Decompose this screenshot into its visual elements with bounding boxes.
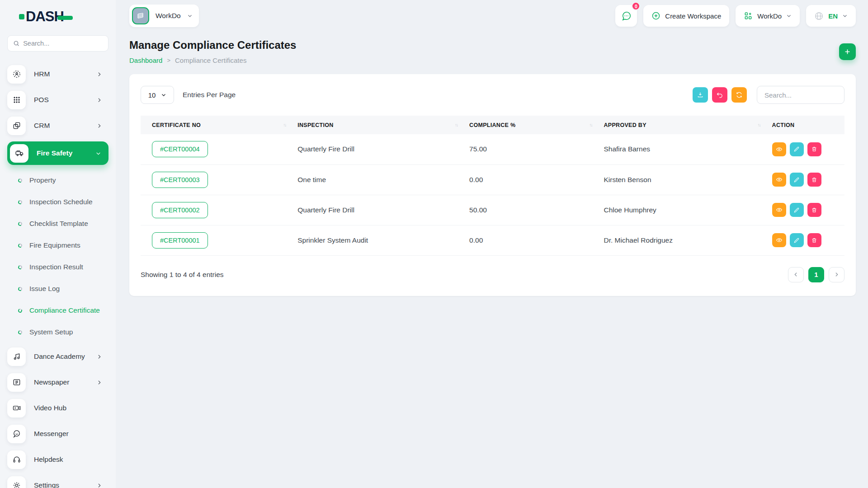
breadcrumb-dashboard-link[interactable]: Dashboard — [129, 56, 162, 64]
sidebar-item-settings[interactable]: Settings — [7, 475, 108, 488]
sidebar-item-system-setup[interactable]: System Setup — [7, 321, 108, 343]
certificates-card: 10 Entries Per Page — [129, 74, 856, 296]
table-controls: 10 Entries Per Page — [141, 86, 844, 104]
eye-icon — [776, 176, 783, 183]
view-button[interactable] — [772, 203, 786, 217]
edit-button[interactable] — [790, 203, 804, 217]
language-selector[interactable]: EN — [806, 5, 856, 27]
sidebar-item-video-hub[interactable]: Video Hub — [7, 398, 108, 418]
submenu-item-label: Checklist Template — [29, 220, 88, 228]
messages-button[interactable]: 0 — [615, 5, 637, 27]
pagination-page-1-button[interactable]: 1 — [808, 267, 824, 282]
sort-icon[interactable]: ↑↓ — [283, 122, 286, 127]
chevron-right-icon — [96, 97, 102, 103]
sidebar-item-label: Helpdesk — [34, 455, 63, 464]
sidebar-item-dance-academy[interactable]: Dance Academy — [7, 347, 108, 366]
view-button[interactable] — [772, 173, 786, 187]
row-actions — [772, 142, 844, 156]
entries-per-page-select[interactable]: 10 — [141, 86, 174, 104]
sidebar-menu: HRM POS CRM Fire — [7, 64, 108, 488]
delete-button[interactable] — [807, 142, 821, 156]
refresh-button[interactable] — [731, 87, 747, 103]
plus-circle-icon — [651, 11, 660, 20]
trash-icon — [811, 146, 817, 152]
export-button[interactable] — [693, 87, 708, 103]
app-logo[interactable]: DASH — [19, 9, 73, 25]
sidebar-item-label: Video Hub — [34, 404, 66, 412]
row-actions — [772, 233, 844, 247]
sidebar-item-inspection-result[interactable]: Inspection Result — [7, 256, 108, 278]
submenu-item-label: Inspection Result — [29, 263, 83, 271]
approved-by-cell: Chloe Humphrey — [604, 195, 772, 225]
logo-row: DASH — [7, 0, 108, 33]
sidebar-item-helpdesk[interactable]: Helpdesk — [7, 450, 108, 469]
sidebar-item-messenger[interactable]: Messenger — [7, 424, 108, 444]
sidebar-item-fire-equipments[interactable]: Fire Equipments — [7, 235, 108, 256]
sidebar-item-checklist-template[interactable]: Checklist Template — [7, 213, 108, 235]
sidebar-item-fire-safety[interactable]: Fire Safety — [7, 141, 108, 165]
sort-icon[interactable]: ↑↓ — [589, 122, 592, 127]
chevron-right-icon — [96, 380, 102, 385]
logo-dot-icon — [19, 14, 24, 19]
bullet-icon — [18, 199, 23, 204]
sidebar-item-pos[interactable]: POS — [7, 90, 108, 110]
sidebar-item-property[interactable]: Property — [7, 169, 108, 191]
newspaper-icon — [7, 373, 26, 392]
bullet-icon — [18, 178, 23, 183]
bullet-icon — [18, 221, 23, 226]
sort-icon[interactable]: ↑↓ — [455, 122, 458, 127]
app-switcher-button[interactable]: WorkDo — [736, 5, 800, 27]
bullet-icon — [18, 308, 23, 313]
chat-bubble-icon — [7, 425, 26, 443]
certificates-table: CERTIFICATE NO↑↓ INSPECTION↑↓ COMPLIANCE… — [141, 116, 844, 256]
sidebar-item-label: Fire Safety — [37, 149, 72, 157]
table-header-row: CERTIFICATE NO↑↓ INSPECTION↑↓ COMPLIANCE… — [141, 116, 844, 134]
view-button[interactable] — [772, 233, 786, 247]
compliance-cell: 50.00 — [469, 195, 604, 225]
sidebar-item-newspaper[interactable]: Newspaper — [7, 372, 108, 392]
sort-icon[interactable]: ↑↓ — [758, 122, 760, 127]
breadcrumb: Dashboard > Compliance Certificates — [129, 56, 296, 64]
sidebar-item-hrm[interactable]: HRM — [7, 64, 108, 84]
reset-button[interactable] — [712, 87, 727, 103]
sidebar-item-compliance-certificate[interactable]: Compliance Certificate — [7, 300, 108, 321]
sidebar-item-crm[interactable]: CRM — [7, 116, 108, 136]
submenu-item-label: Issue Log — [29, 285, 60, 293]
pagination-prev-button[interactable] — [788, 267, 804, 282]
table-row: #CERT00004 Quarterly Fire Drill 75.00 Sh… — [141, 134, 844, 164]
pagination-next-button[interactable] — [829, 267, 844, 282]
pencil-icon — [793, 237, 800, 244]
inspection-cell: Sprinkler System Audit — [297, 225, 469, 255]
sidebar-item-label: Newspaper — [34, 378, 69, 386]
sidebar: DASH HRM POS — [0, 0, 116, 488]
sidebar-item-issue-log[interactable]: Issue Log — [7, 278, 108, 300]
sidebar-search-input[interactable] — [23, 40, 103, 47]
certificate-no-badge: #CERT00002 — [152, 202, 208, 218]
hrm-icon — [7, 65, 26, 84]
table-search-input[interactable] — [757, 86, 844, 104]
download-icon — [697, 91, 704, 99]
certificate-no-badge: #CERT00004 — [152, 141, 208, 157]
table-row: #CERT00003 One time 0.00 Kirsten Benson — [141, 164, 844, 195]
main-content: WorkDo 0 Create Workspace WorkDo — [116, 0, 868, 488]
delete-button[interactable] — [807, 203, 821, 217]
approved-by-cell: Dr. Michael Rodriguez — [604, 225, 772, 255]
add-certificate-button[interactable] — [839, 43, 856, 60]
edit-button[interactable] — [790, 173, 804, 187]
chevron-right-icon — [96, 71, 102, 77]
workspace-selector[interactable]: WorkDo — [129, 5, 199, 27]
delete-button[interactable] — [807, 173, 821, 187]
view-button[interactable] — [772, 142, 786, 156]
grid-plus-icon — [744, 11, 753, 20]
gear-icon — [7, 476, 26, 488]
logo-dash-icon — [57, 16, 73, 20]
workspace-avatar — [132, 7, 149, 24]
row-actions — [772, 203, 844, 217]
sidebar-item-inspection-schedule[interactable]: Inspection Schedule — [7, 191, 108, 213]
breadcrumb-separator: > — [167, 57, 170, 64]
create-workspace-button[interactable]: Create Workspace — [643, 5, 729, 27]
edit-button[interactable] — [790, 142, 804, 156]
row-actions — [772, 173, 844, 187]
edit-button[interactable] — [790, 233, 804, 247]
delete-button[interactable] — [807, 233, 821, 247]
